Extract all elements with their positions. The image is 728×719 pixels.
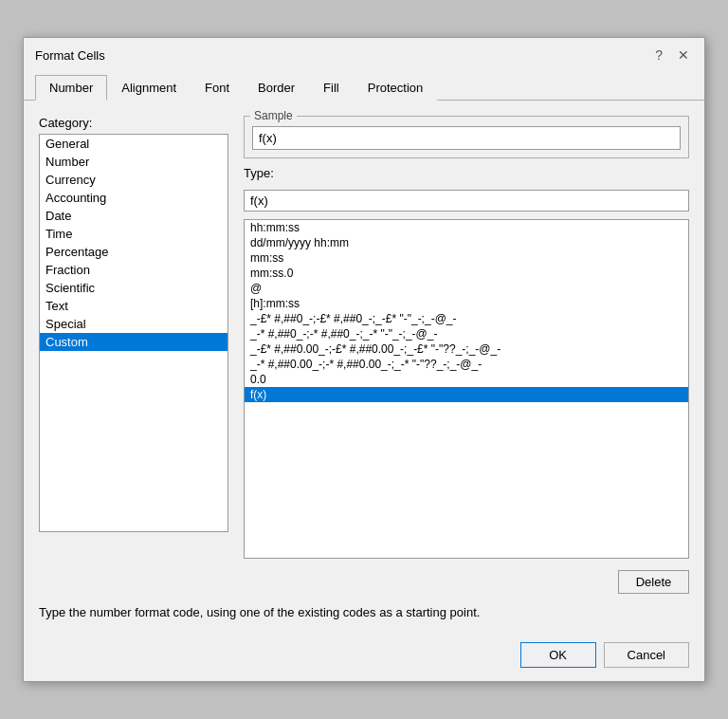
button-row: OK Cancel [24, 631, 704, 681]
category-list-container: GeneralNumberCurrencyAccountingDateTimeP… [39, 134, 228, 532]
sample-group: Sample f(x) [244, 116, 689, 158]
category-item-accounting[interactable]: Accounting [40, 189, 228, 207]
category-item-time[interactable]: Time [40, 225, 228, 243]
category-item-percentage[interactable]: Percentage [40, 243, 228, 261]
category-item-text[interactable]: Text [40, 297, 228, 315]
type-list-container: hh:mm:ssdd/mm/yyyy hh:mmmm:ssmm:ss.0@[h]… [244, 219, 689, 559]
tab-number[interactable]: Number [35, 75, 107, 101]
type-item-fmt4[interactable]: _-* #,##0.00_-;-* #,##0.00_-;_-* "-"??_-… [245, 357, 688, 372]
tab-fill[interactable]: Fill [309, 75, 354, 101]
type-input[interactable] [244, 190, 689, 212]
category-item-currency[interactable]: Currency [40, 171, 228, 189]
category-item-custom[interactable]: Custom [40, 333, 228, 351]
type-item-fmt1[interactable]: _-£* #,##0_-;-£* #,##0_-;_-£* "-"_-;_-@_… [245, 311, 688, 326]
type-item-at[interactable]: @ [245, 281, 688, 296]
tab-bar: Number Alignment Font Border Fill Protec… [24, 68, 704, 101]
right-panel: Sample f(x) Type: hh:mm:ssdd/mm/yyyy hh:… [244, 116, 689, 594]
category-item-general[interactable]: General [40, 135, 228, 153]
type-item-mm_ss[interactable]: mm:ss [245, 250, 688, 266]
type-item-dd_mm_yyyy[interactable]: dd/mm/yyyy hh:mm [245, 235, 688, 250]
category-item-fraction[interactable]: Fraction [40, 261, 228, 279]
tab-font[interactable]: Font [191, 75, 244, 101]
type-item-fx[interactable]: f(x) [245, 387, 688, 402]
tab-border[interactable]: Border [244, 75, 309, 101]
format-cells-dialog: Format Cells ? ✕ Number Alignment Font B… [23, 37, 705, 682]
help-button[interactable]: ? [651, 46, 666, 65]
category-label: Category: [39, 116, 228, 130]
title-bar: Format Cells ? ✕ [24, 38, 704, 68]
sample-value: f(x) [252, 126, 681, 150]
tab-protection[interactable]: Protection [354, 75, 438, 101]
hint-text: Type the number format code, using one o… [39, 605, 689, 619]
type-item-fmt3[interactable]: _-£* #,##0.00_-;-£* #,##0.00_-;_-£* "-"?… [245, 341, 688, 357]
sample-legend: Sample [250, 109, 297, 122]
type-item-mm_ss_0[interactable]: mm:ss.0 [245, 266, 688, 281]
type-label: Type: [244, 166, 689, 180]
tab-alignment[interactable]: Alignment [107, 75, 191, 101]
delete-button[interactable]: Delete [618, 570, 689, 594]
main-area: Category: GeneralNumberCurrencyAccountin… [39, 116, 689, 594]
category-item-number[interactable]: Number [40, 153, 228, 171]
cancel-button[interactable]: Cancel [604, 642, 689, 668]
left-panel: Category: GeneralNumberCurrencyAccountin… [39, 116, 228, 594]
type-item-hh_mm_ss[interactable]: hh:mm:ss [245, 220, 688, 235]
delete-row: Delete [244, 570, 689, 594]
category-item-date[interactable]: Date [40, 207, 228, 225]
type-item-fmt2[interactable]: _-* #,##0_-;-* #,##0_-;_-* "-"_-;_-@_- [245, 326, 688, 341]
type-item-zero_point_zero[interactable]: 0.0 [245, 372, 688, 387]
category-item-scientific[interactable]: Scientific [40, 279, 228, 297]
title-bar-controls: ? ✕ [651, 46, 693, 65]
ok-button[interactable]: OK [520, 642, 596, 668]
dialog-title: Format Cells [35, 48, 105, 63]
type-list[interactable]: hh:mm:ssdd/mm/yyyy hh:mmmm:ssmm:ss.0@[h]… [245, 220, 688, 558]
type-item-h_mm_ss[interactable]: [h]:mm:ss [245, 296, 688, 311]
category-list[interactable]: GeneralNumberCurrencyAccountingDateTimeP… [40, 135, 228, 531]
close-button[interactable]: ✕ [674, 46, 693, 65]
category-item-special[interactable]: Special [40, 315, 228, 333]
dialog-content: Category: GeneralNumberCurrencyAccountin… [24, 101, 704, 631]
